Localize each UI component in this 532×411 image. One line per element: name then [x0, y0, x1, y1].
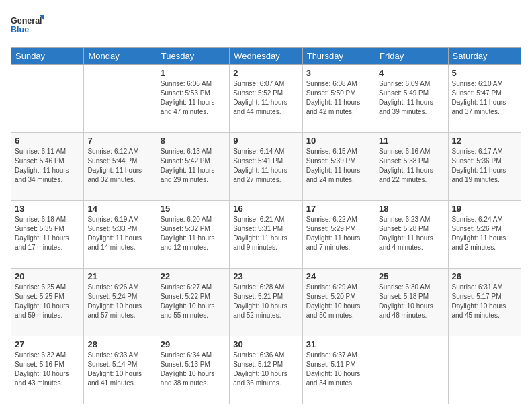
calendar-header-row: SundayMondayTuesdayWednesdayThursdayFrid…: [11, 48, 521, 65]
header-monday: Monday: [84, 48, 157, 65]
day-number: 2: [233, 68, 298, 78]
day-number: 13: [15, 203, 80, 214]
calendar-cell: 21Sunrise: 6:26 AMSunset: 5:24 PMDayligh…: [84, 269, 157, 336]
svg-text:Blue: Blue: [11, 25, 29, 34]
header-tuesday: Tuesday: [157, 48, 229, 65]
day-info: Sunrise: 6:23 AMSunset: 5:28 PMDaylight:…: [379, 215, 444, 253]
header-thursday: Thursday: [302, 48, 375, 65]
day-info: Sunrise: 6:17 AMSunset: 5:36 PMDaylight:…: [452, 147, 517, 185]
day-info: Sunrise: 6:18 AMSunset: 5:35 PMDaylight:…: [15, 215, 80, 253]
calendar-cell: 7Sunrise: 6:12 AMSunset: 5:44 PMDaylight…: [84, 133, 157, 201]
day-info: Sunrise: 6:22 AMSunset: 5:29 PMDaylight:…: [306, 215, 371, 253]
calendar-cell: [84, 65, 157, 133]
calendar-cell: 27Sunrise: 6:32 AMSunset: 5:16 PMDayligh…: [11, 336, 84, 404]
calendar-cell: 26Sunrise: 6:31 AMSunset: 5:17 PMDayligh…: [448, 269, 521, 336]
calendar-table: SundayMondayTuesdayWednesdayThursdayFrid…: [11, 47, 521, 404]
calendar-cell: 12Sunrise: 6:17 AMSunset: 5:36 PMDayligh…: [448, 133, 521, 201]
day-info: Sunrise: 6:30 AMSunset: 5:18 PMDaylight:…: [379, 283, 444, 320]
calendar-cell: 31Sunrise: 6:37 AMSunset: 5:11 PMDayligh…: [302, 336, 375, 404]
day-number: 15: [161, 203, 226, 214]
day-number: 30: [233, 339, 298, 349]
calendar-cell: [448, 336, 521, 404]
day-info: Sunrise: 6:25 AMSunset: 5:25 PMDaylight:…: [15, 283, 80, 320]
day-number: 16: [233, 203, 298, 214]
week-row-5: 27Sunrise: 6:32 AMSunset: 5:16 PMDayligh…: [11, 336, 521, 404]
calendar-cell: 20Sunrise: 6:25 AMSunset: 5:25 PMDayligh…: [11, 269, 84, 336]
logo-svg: General Blue: [11, 11, 44, 40]
day-number: 31: [306, 339, 371, 349]
calendar-cell: 8Sunrise: 6:13 AMSunset: 5:42 PMDaylight…: [157, 133, 229, 201]
day-number: 5: [452, 68, 517, 78]
day-info: Sunrise: 6:37 AMSunset: 5:11 PMDaylight:…: [306, 351, 371, 388]
day-info: Sunrise: 6:15 AMSunset: 5:39 PMDaylight:…: [306, 147, 371, 185]
day-info: Sunrise: 6:32 AMSunset: 5:16 PMDaylight:…: [15, 351, 80, 388]
day-number: 9: [233, 136, 298, 146]
header: General Blue: [11, 11, 521, 40]
day-number: 24: [306, 271, 371, 281]
day-info: Sunrise: 6:16 AMSunset: 5:38 PMDaylight:…: [379, 147, 444, 185]
calendar-cell: 28Sunrise: 6:33 AMSunset: 5:14 PMDayligh…: [84, 336, 157, 404]
calendar-cell: 3Sunrise: 6:08 AMSunset: 5:50 PMDaylight…: [302, 65, 375, 133]
calendar-cell: 16Sunrise: 6:21 AMSunset: 5:31 PMDayligh…: [230, 201, 302, 269]
day-info: Sunrise: 6:10 AMSunset: 5:47 PMDaylight:…: [452, 79, 517, 117]
calendar-cell: 24Sunrise: 6:29 AMSunset: 5:20 PMDayligh…: [302, 269, 375, 336]
week-row-3: 13Sunrise: 6:18 AMSunset: 5:35 PMDayligh…: [11, 201, 521, 269]
page: General Blue SundayMondayTuesdayWednesda…: [0, 0, 532, 411]
day-number: 3: [306, 68, 371, 78]
day-info: Sunrise: 6:14 AMSunset: 5:41 PMDaylight:…: [233, 147, 298, 185]
day-info: Sunrise: 6:28 AMSunset: 5:21 PMDaylight:…: [233, 283, 298, 320]
calendar-cell: 23Sunrise: 6:28 AMSunset: 5:21 PMDayligh…: [230, 269, 302, 336]
day-number: 17: [306, 203, 371, 214]
calendar-cell: 10Sunrise: 6:15 AMSunset: 5:39 PMDayligh…: [302, 133, 375, 201]
calendar-cell: 17Sunrise: 6:22 AMSunset: 5:29 PMDayligh…: [302, 201, 375, 269]
calendar-cell: 11Sunrise: 6:16 AMSunset: 5:38 PMDayligh…: [375, 133, 448, 201]
calendar-cell: 30Sunrise: 6:36 AMSunset: 5:12 PMDayligh…: [230, 336, 302, 404]
day-info: Sunrise: 6:20 AMSunset: 5:32 PMDaylight:…: [161, 215, 226, 253]
day-number: 27: [15, 339, 80, 349]
day-info: Sunrise: 6:33 AMSunset: 5:14 PMDaylight:…: [87, 351, 152, 388]
day-info: Sunrise: 6:11 AMSunset: 5:46 PMDaylight:…: [15, 147, 80, 185]
calendar-cell: 2Sunrise: 6:07 AMSunset: 5:52 PMDaylight…: [230, 65, 302, 133]
day-info: Sunrise: 6:06 AMSunset: 5:53 PMDaylight:…: [161, 79, 226, 117]
calendar-cell: 6Sunrise: 6:11 AMSunset: 5:46 PMDaylight…: [11, 133, 84, 201]
day-info: Sunrise: 6:07 AMSunset: 5:52 PMDaylight:…: [233, 79, 298, 117]
calendar-cell: 25Sunrise: 6:30 AMSunset: 5:18 PMDayligh…: [375, 269, 448, 336]
day-info: Sunrise: 6:36 AMSunset: 5:12 PMDaylight:…: [233, 351, 298, 388]
day-info: Sunrise: 6:26 AMSunset: 5:24 PMDaylight:…: [87, 283, 152, 320]
day-number: 8: [161, 136, 226, 146]
day-number: 6: [15, 136, 80, 146]
day-number: 19: [452, 203, 517, 214]
header-friday: Friday: [375, 48, 448, 65]
day-number: 11: [379, 136, 444, 146]
calendar-cell: [11, 65, 84, 133]
calendar-cell: [375, 336, 448, 404]
header-saturday: Saturday: [448, 48, 521, 65]
day-number: 14: [87, 203, 152, 214]
day-number: 29: [161, 339, 226, 349]
day-info: Sunrise: 6:08 AMSunset: 5:50 PMDaylight:…: [306, 79, 371, 117]
calendar-cell: 13Sunrise: 6:18 AMSunset: 5:35 PMDayligh…: [11, 201, 84, 269]
day-number: 22: [161, 271, 226, 281]
calendar-cell: 22Sunrise: 6:27 AMSunset: 5:22 PMDayligh…: [157, 269, 229, 336]
header-wednesday: Wednesday: [230, 48, 302, 65]
day-info: Sunrise: 6:21 AMSunset: 5:31 PMDaylight:…: [233, 215, 298, 253]
day-number: 1: [161, 68, 226, 78]
calendar-cell: 18Sunrise: 6:23 AMSunset: 5:28 PMDayligh…: [375, 201, 448, 269]
calendar-cell: 29Sunrise: 6:34 AMSunset: 5:13 PMDayligh…: [157, 336, 229, 404]
week-row-1: 1Sunrise: 6:06 AMSunset: 5:53 PMDaylight…: [11, 65, 521, 133]
day-info: Sunrise: 6:09 AMSunset: 5:49 PMDaylight:…: [379, 79, 444, 117]
week-row-2: 6Sunrise: 6:11 AMSunset: 5:46 PMDaylight…: [11, 133, 521, 201]
day-info: Sunrise: 6:12 AMSunset: 5:44 PMDaylight:…: [87, 147, 152, 185]
calendar-cell: 9Sunrise: 6:14 AMSunset: 5:41 PMDaylight…: [230, 133, 302, 201]
day-number: 7: [87, 136, 152, 146]
day-number: 18: [379, 203, 444, 214]
calendar-cell: 15Sunrise: 6:20 AMSunset: 5:32 PMDayligh…: [157, 201, 229, 269]
day-number: 28: [87, 339, 152, 349]
calendar-cell: 14Sunrise: 6:19 AMSunset: 5:33 PMDayligh…: [84, 201, 157, 269]
day-number: 25: [379, 271, 444, 281]
day-number: 12: [452, 136, 517, 146]
calendar-cell: 4Sunrise: 6:09 AMSunset: 5:49 PMDaylight…: [375, 65, 448, 133]
day-number: 10: [306, 136, 371, 146]
calendar-cell: 1Sunrise: 6:06 AMSunset: 5:53 PMDaylight…: [157, 65, 229, 133]
calendar-cell: 5Sunrise: 6:10 AMSunset: 5:47 PMDaylight…: [448, 65, 521, 133]
